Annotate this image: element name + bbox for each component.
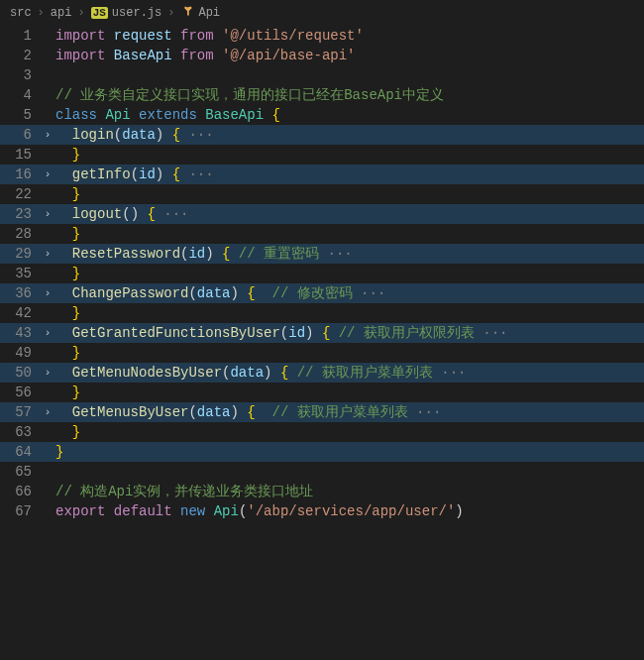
line-number: 16 [0, 165, 40, 184]
line-number: 15 [0, 145, 40, 165]
code-line[interactable]: 50 › GetMenuNodesByUser(data) { // 获取用户菜… [0, 363, 644, 383]
code-line[interactable]: 22 } [0, 184, 644, 204]
line-number: 6 [0, 125, 40, 145]
line-number: 56 [0, 383, 40, 402]
fold-toggle[interactable]: › [40, 165, 55, 184]
line-number: 5 [0, 105, 40, 125]
line-number: 22 [0, 184, 40, 204]
code-line[interactable]: 43 › GetGrantedFunctionsByUser(id) { // … [0, 323, 644, 343]
code-line[interactable]: 23 › logout() { ··· [0, 204, 644, 224]
fold-toggle[interactable]: › [40, 283, 55, 303]
code-line[interactable]: 64 } [0, 442, 644, 462]
code-line[interactable]: 2 import BaseApi from '@/api/base-api' [0, 46, 644, 65]
line-number: 36 [0, 283, 40, 303]
code-content: GetMenusByUser(data) { // 获取用户菜单列表 ··· [55, 402, 644, 422]
breadcrumb-seg-api[interactable]: api [51, 6, 72, 20]
code-line[interactable]: 5 class Api extends BaseApi { [0, 105, 644, 125]
breadcrumb-seg-file[interactable]: user.js [112, 6, 161, 20]
code-line[interactable]: 66 // 构造Api实例，并传递业务类接口地址 [0, 482, 644, 501]
chevron-right-icon: › [77, 6, 84, 20]
code-content: } [55, 264, 644, 283]
code-content: } [55, 145, 644, 165]
line-number: 23 [0, 204, 40, 224]
fold-toggle[interactable]: › [40, 402, 55, 422]
breadcrumb-seg-symbol[interactable]: Api [198, 6, 220, 20]
code-content: logout() { ··· [55, 204, 644, 224]
code-content: export default new Api('/abp/services/ap… [55, 501, 644, 521]
code-content: ChangePassword(data) { // 修改密码 ··· [55, 283, 644, 303]
chevron-right-icon: › [38, 6, 45, 20]
code-line[interactable]: 36 › ChangePassword(data) { // 修改密码 ··· [0, 283, 644, 303]
code-content: } [55, 303, 644, 323]
code-content: } [55, 343, 644, 363]
code-content: GetMenuNodesByUser(data) { // 获取用户菜单列表 ·… [55, 363, 644, 383]
fold-toggle[interactable]: › [40, 363, 55, 383]
code-line[interactable]: 6 › login(data) { ··· [0, 125, 644, 145]
line-number: 50 [0, 363, 40, 383]
class-icon [180, 4, 194, 22]
line-number: 65 [0, 462, 40, 482]
breadcrumb-seg-src[interactable]: src [10, 6, 32, 20]
line-number: 29 [0, 244, 40, 264]
code-line[interactable]: 28 } [0, 224, 644, 244]
code-line[interactable]: 1 import request from '@/utils/request' [0, 26, 644, 46]
line-number: 3 [0, 65, 40, 85]
line-number: 67 [0, 501, 40, 521]
code-content: import request from '@/utils/request' [55, 26, 644, 46]
code-content: import BaseApi from '@/api/base-api' [55, 46, 644, 65]
line-number: 49 [0, 343, 40, 363]
fold-toggle[interactable]: › [40, 244, 55, 264]
code-line[interactable]: 29 › ResetPassword(id) { // 重置密码 ··· [0, 244, 644, 264]
code-content: // 构造Api实例，并传递业务类接口地址 [55, 482, 644, 501]
code-content: GetGrantedFunctionsByUser(id) { // 获取用户权… [55, 323, 644, 343]
line-number: 42 [0, 303, 40, 323]
code-content: login(data) { ··· [55, 125, 644, 145]
code-line[interactable]: 57 › GetMenusByUser(data) { // 获取用户菜单列表 … [0, 402, 644, 422]
code-content: // 业务类自定义接口实现，通用的接口已经在BaseApi中定义 [55, 85, 644, 105]
code-content: } [55, 422, 644, 442]
code-line[interactable]: 3 [0, 65, 644, 85]
code-line[interactable]: 56 } [0, 383, 644, 402]
code-line[interactable]: 42 } [0, 303, 644, 323]
code-line[interactable]: 35 } [0, 264, 644, 283]
code-line[interactable]: 16 › getInfo(id) { ··· [0, 165, 644, 184]
code-line[interactable]: 15 } [0, 145, 644, 165]
line-number: 43 [0, 323, 40, 343]
line-number: 35 [0, 264, 40, 283]
code-line[interactable]: 65 [0, 462, 644, 482]
code-line[interactable]: 4 // 业务类自定义接口实现，通用的接口已经在BaseApi中定义 [0, 85, 644, 105]
line-number: 1 [0, 26, 40, 46]
line-number: 66 [0, 482, 40, 501]
code-content: ResetPassword(id) { // 重置密码 ··· [55, 244, 644, 264]
code-content: } [55, 383, 644, 402]
line-number: 64 [0, 442, 40, 462]
fold-toggle[interactable]: › [40, 204, 55, 224]
chevron-right-icon: › [167, 6, 174, 20]
code-content: } [55, 442, 644, 462]
line-number: 4 [0, 85, 40, 105]
line-number: 2 [0, 46, 40, 65]
code-content: } [55, 224, 644, 244]
code-line[interactable]: 63 } [0, 422, 644, 442]
code-content: class Api extends BaseApi { [55, 105, 644, 125]
line-number: 63 [0, 422, 40, 442]
breadcrumb: src › api › JS user.js › Api [0, 0, 644, 26]
code-content: getInfo(id) { ··· [55, 165, 644, 184]
line-number: 57 [0, 402, 40, 422]
fold-toggle[interactable]: › [40, 125, 55, 145]
code-line[interactable]: 67 export default new Api('/abp/services… [0, 501, 644, 521]
code-content: } [55, 184, 644, 204]
code-line[interactable]: 49 } [0, 343, 644, 363]
fold-toggle[interactable]: › [40, 323, 55, 343]
js-file-icon: JS [91, 7, 108, 19]
line-number: 28 [0, 224, 40, 244]
code-editor[interactable]: 1 import request from '@/utils/request' … [0, 26, 644, 521]
